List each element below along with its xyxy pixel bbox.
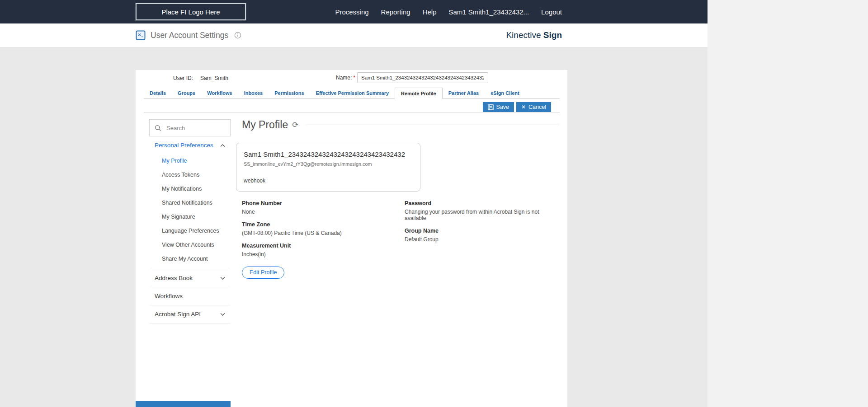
acrobat-sign-api-label: Acrobat Sign API bbox=[155, 311, 201, 318]
profile-fields: Phone Number None Time Zone (GMT-08:00) … bbox=[242, 200, 560, 264]
tab-bar: Details Groups Workflows Inboxes Permiss… bbox=[144, 88, 560, 99]
field-phone-number: Phone Number None bbox=[242, 200, 391, 215]
name-input[interactable] bbox=[357, 72, 488, 83]
cancel-button[interactable]: ✕ Cancel bbox=[516, 102, 551, 112]
partial-bottom-blue-element bbox=[136, 401, 231, 407]
sidebar-item-my-profile[interactable]: My Profile bbox=[149, 154, 231, 168]
brand-regular: Kinective bbox=[506, 30, 541, 40]
sidebar-group-workflows[interactable]: Workflows bbox=[149, 287, 231, 305]
field-group-name: Group Name Default Group bbox=[405, 228, 560, 243]
refresh-icon[interactable]: ⟳ bbox=[292, 121, 298, 129]
brand-logo: Kinective Sign bbox=[506, 30, 562, 40]
field-time-zone: Time Zone (GMT-08:00) Pacific Time (US &… bbox=[242, 221, 391, 236]
brand-bold: Sign bbox=[543, 30, 562, 40]
nav-reporting[interactable]: Reporting bbox=[381, 8, 410, 16]
content-panel: User ID: Sam_Smith Name: * Details Group… bbox=[136, 70, 567, 407]
user-account-settings-icon bbox=[136, 30, 146, 40]
tab-effective-permission-summary[interactable]: Effective Permission Summary bbox=[310, 88, 395, 98]
field-label: Phone Number bbox=[242, 200, 391, 206]
field-measurement-unit: Measurement Unit Inches(in) bbox=[242, 243, 391, 257]
profile-card-webhook: webhook bbox=[244, 178, 413, 184]
profile-heading-row: My Profile ⟳ bbox=[236, 119, 560, 131]
info-icon[interactable] bbox=[234, 32, 241, 39]
personal-preferences-items: My Profile Access Tokens My Notification… bbox=[149, 154, 231, 269]
settings-sidebar: Personal Preferences My Profile Access T… bbox=[149, 119, 231, 323]
save-icon bbox=[488, 104, 494, 110]
horizontal-divider bbox=[144, 112, 560, 112]
tab-esign-client[interactable]: eSign Client bbox=[485, 88, 525, 98]
page-header: User Account Settings Kinective Sign bbox=[0, 23, 708, 47]
save-label: Save bbox=[496, 104, 509, 110]
user-id-label: User ID: bbox=[173, 75, 193, 81]
tab-permissions[interactable]: Permissions bbox=[269, 88, 310, 98]
field-label: Group Name bbox=[405, 228, 560, 234]
field-value: Inches(in) bbox=[242, 251, 391, 257]
page-title: User Account Settings bbox=[151, 31, 228, 40]
chevron-down-icon bbox=[220, 276, 225, 280]
profile-heading: My Profile bbox=[242, 119, 288, 131]
topbar: Place FI Logo Here Processing Reporting … bbox=[0, 0, 708, 23]
sidebar-item-access-tokens[interactable]: Access Tokens bbox=[149, 168, 231, 182]
fields-right-column: Password Changing your password from wit… bbox=[405, 200, 560, 264]
field-label: Time Zone bbox=[242, 221, 391, 228]
personal-preferences-label: Personal Preferences bbox=[155, 142, 213, 149]
profile-card-name: Sam1 Smith1_2343243243243243243243423432… bbox=[244, 150, 413, 158]
search-input[interactable] bbox=[165, 124, 225, 132]
top-nav: Processing Reporting Help Sam1 Smith1_23… bbox=[335, 8, 562, 16]
tab-remote-profile[interactable]: Remote Profile bbox=[395, 88, 443, 99]
field-value: Default Group bbox=[405, 236, 560, 243]
tab-inboxes[interactable]: Inboxes bbox=[238, 88, 269, 98]
sidebar-item-shared-notifications[interactable]: Shared Notifications bbox=[149, 196, 231, 210]
profile-card-email: SS_immonline_evYm2_rY3Qg@remotesign.imme… bbox=[244, 161, 413, 167]
sidebar-group-acrobat-sign-api[interactable]: Acrobat Sign API bbox=[149, 305, 231, 323]
search-icon bbox=[155, 125, 161, 131]
nav-current-user[interactable]: Sam1 Smith1_23432432... bbox=[448, 8, 529, 16]
chevron-up-icon bbox=[220, 144, 225, 147]
name-label: Name: bbox=[336, 75, 352, 81]
screen: Place FI Logo Here Processing Reporting … bbox=[0, 0, 868, 407]
sidebar-item-my-signature[interactable]: My Signature bbox=[149, 210, 231, 224]
action-buttons: Save ✕ Cancel bbox=[483, 102, 551, 112]
sidebar-group-address-book[interactable]: Address Book bbox=[149, 269, 231, 287]
field-password: Password Changing your password from wit… bbox=[405, 200, 560, 221]
field-value: Changing your password from within Acrob… bbox=[405, 209, 560, 221]
fields-left-column: Phone Number None Time Zone (GMT-08:00) … bbox=[242, 200, 405, 264]
sidebar-group-personal-preferences[interactable]: Personal Preferences bbox=[149, 136, 231, 154]
nav-help[interactable]: Help bbox=[423, 8, 437, 16]
field-label: Measurement Unit bbox=[242, 243, 391, 249]
chevron-down-icon bbox=[220, 313, 225, 316]
nav-logout[interactable]: Logout bbox=[541, 8, 562, 16]
field-value: (GMT-08:00) Pacific Time (US & Canada) bbox=[242, 230, 391, 236]
workflows-label: Workflows bbox=[155, 293, 183, 299]
cancel-icon: ✕ bbox=[521, 104, 526, 110]
address-book-label: Address Book bbox=[155, 275, 193, 281]
tab-workflows[interactable]: Workflows bbox=[201, 88, 238, 98]
tab-groups[interactable]: Groups bbox=[172, 88, 201, 98]
save-button[interactable]: Save bbox=[483, 102, 514, 112]
profile-card: Sam1 Smith1_2343243243243243243243423432… bbox=[236, 143, 420, 192]
app-window: Place FI Logo Here Processing Reporting … bbox=[0, 0, 708, 407]
nav-processing[interactable]: Processing bbox=[335, 8, 368, 16]
sidebar-item-language-preferences[interactable]: Language Preferences bbox=[149, 224, 231, 238]
fi-logo-text: Place FI Logo Here bbox=[161, 8, 220, 16]
sidebar-search[interactable] bbox=[149, 119, 231, 136]
required-asterisk: * bbox=[353, 75, 355, 81]
tab-details[interactable]: Details bbox=[144, 88, 172, 98]
cancel-label: Cancel bbox=[528, 104, 546, 110]
edit-profile-button[interactable]: Edit Profile bbox=[242, 267, 284, 279]
profile-main: My Profile ⟳ Sam1 Smith1_234324324324324… bbox=[236, 119, 560, 279]
name-field-group: Name: * bbox=[336, 72, 488, 83]
user-id-value: Sam_Smith bbox=[200, 75, 228, 81]
heading-divider bbox=[305, 125, 560, 125]
sidebar-item-view-other-accounts[interactable]: View Other Accounts bbox=[149, 238, 231, 252]
field-value: None bbox=[242, 209, 391, 215]
fi-logo-placeholder[interactable]: Place FI Logo Here bbox=[136, 3, 246, 20]
sidebar-item-my-notifications[interactable]: My Notifications bbox=[149, 182, 231, 196]
tab-partner-alias[interactable]: Partner Alias bbox=[443, 88, 485, 98]
sidebar-item-share-my-account[interactable]: Share My Account bbox=[149, 252, 231, 266]
field-label: Password bbox=[405, 200, 560, 206]
